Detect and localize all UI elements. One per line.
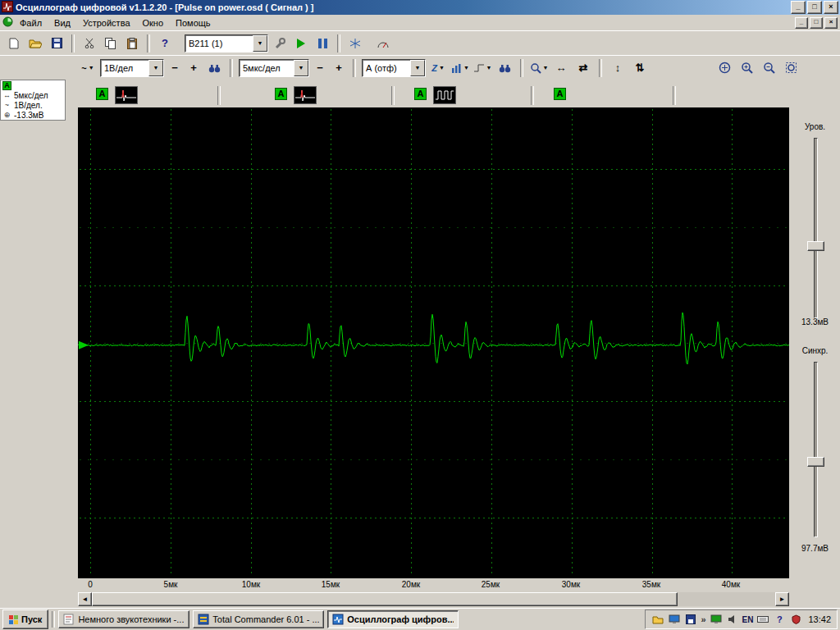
level-slider-thumb[interactable] [807,241,824,251]
shrink-vertical-button[interactable]: ⇅ [630,58,650,78]
menu-view[interactable]: Вид [48,16,76,30]
scroll-left-button[interactable]: ◄ [78,592,92,606]
tray-keyboard-icon[interactable] [756,613,769,626]
scope-canvas[interactable] [78,107,789,578]
open-file-button[interactable] [25,34,45,53]
language-indicator[interactable]: EN [742,615,754,624]
tray-help-icon[interactable]: ? [773,613,786,626]
minimize-button[interactable]: _ [791,1,806,14]
measure-button[interactable] [373,34,393,53]
help-button[interactable]: ? [155,34,175,53]
channel-2-waveform-icon[interactable] [294,86,317,104]
time-tick: 40мк [714,580,747,589]
child-restore-button[interactable]: □ [810,17,823,29]
level-slider-track[interactable] [814,138,818,318]
channel-4-button[interactable]: A [554,88,566,100]
tray-volume-icon[interactable] [726,613,739,626]
document-icon [2,16,13,29]
expand-vertical-button[interactable]: ↕ [608,58,628,78]
channel-1-button[interactable]: A [96,88,108,100]
freeze-button[interactable] [345,34,365,53]
device-combo[interactable]: В211 (1) ▼ [185,34,268,52]
start-button[interactable]: Пуск [2,609,48,629]
offset-value: -13.3мВ [14,111,43,120]
chevron-down-icon[interactable]: ▼ [410,60,425,76]
zoom-fit-button[interactable] [714,58,734,78]
paste-button[interactable] [122,34,142,53]
step-response-button[interactable]: ▼ [472,58,492,78]
volt-search-button[interactable] [204,58,224,78]
channel-combo[interactable]: А (отф) ▼ [362,59,426,77]
chevron-down-icon[interactable]: ▼ [294,60,308,76]
zoom-out-icon [763,62,775,74]
save-button[interactable] [47,34,66,53]
time-increase-button[interactable]: + [331,59,347,77]
zoom-tool-button[interactable]: ▼ [529,58,549,78]
trigger-mode-button[interactable]: Z▼ [428,58,448,78]
new-file-button[interactable] [4,34,24,53]
cut-button[interactable] [80,34,99,53]
time-div-combo[interactable]: 5мкс/дел ▼ [239,59,309,77]
channel-1-waveform-icon[interactable] [115,86,138,104]
close-button[interactable]: × [824,1,838,14]
tray-shield-icon[interactable] [789,613,802,626]
wrench-icon [274,38,285,49]
zoom-in-button[interactable] [737,58,756,78]
scrollbar-thumb[interactable] [92,592,678,606]
tray-chevron[interactable]: » [701,614,705,624]
signal-search-button[interactable] [495,58,514,78]
wave-type-button[interactable]: ~▼ [78,58,98,78]
restore-button[interactable]: □ [807,1,822,14]
trigger-panel: Уров. 13.3мВ Синхр. 97.7мВ [790,107,840,592]
h-expand-icon: ↔ [556,62,567,74]
zoom-window-button[interactable] [781,58,801,78]
scrollbar-track[interactable] [678,592,775,606]
copy-button[interactable] [101,34,121,53]
task-button-2[interactable]: Total Commander 6.01 - ... [193,610,324,628]
zoom-in-icon [741,62,753,74]
tray-monitor-icon[interactable] [710,613,723,626]
menu-file[interactable]: Файл [14,16,48,30]
time-decrease-button[interactable]: − [312,59,328,77]
pause-acquisition-button[interactable] [313,34,332,53]
horizontal-scrollbar[interactable]: ◄ ► [78,592,789,606]
menu-help[interactable]: Помощь [170,16,217,30]
window-title: Осциллограф цифровой v1.1.2.20 - [Pulse … [16,2,788,12]
expand-horizontal-button[interactable]: ↔ [551,58,571,78]
task-button-1[interactable]: Немного звукотехники -... [58,610,189,628]
tray-folder-icon[interactable] [651,613,664,626]
channel-3-pulse-icon[interactable] [433,86,456,104]
tray-display-icon[interactable] [668,613,681,626]
task-button-3[interactable]: Осциллограф цифров... [327,610,459,628]
child-close-button[interactable]: × [824,17,838,29]
volt-div-combo[interactable]: 1В/дел ▼ [100,59,164,77]
volt-increase-button[interactable]: + [185,59,202,77]
sync-slider-track[interactable] [814,362,818,537]
child-minimize-button[interactable]: _ [795,17,808,29]
task-icon [198,614,209,625]
h-shrink-icon: ⇄ [579,62,588,74]
chevron-down-icon: ▼ [89,65,94,71]
channel-3-button[interactable]: A [414,88,427,100]
tray-save-icon[interactable] [684,613,697,626]
scroll-right-button[interactable]: ► [775,592,789,606]
histogram-button[interactable]: ▼ [450,58,470,78]
channel-2-button[interactable]: A [275,88,287,100]
taskbar: Пуск Немного звукотехники -... Total Com… [0,608,840,630]
wave-icon: ~ [81,63,86,73]
separator [230,59,233,77]
chevron-down-icon[interactable]: ▼ [253,35,267,52]
device-settings-button[interactable] [270,34,290,53]
zoom-out-button[interactable] [759,58,778,78]
menu-devices[interactable]: Устройства [77,16,136,30]
chevron-down-icon[interactable]: ▼ [148,60,163,76]
volt-decrease-button[interactable]: − [167,59,183,77]
shrink-horizontal-button[interactable]: ⇄ [573,58,593,78]
binoculars-icon [208,63,221,73]
level-label: Уров. [790,122,840,131]
open-folder-icon [29,38,42,48]
start-acquisition-button[interactable] [291,34,311,53]
new-file-icon [9,38,19,49]
sync-slider-thumb[interactable] [807,457,824,467]
menu-window[interactable]: Окно [137,16,170,30]
